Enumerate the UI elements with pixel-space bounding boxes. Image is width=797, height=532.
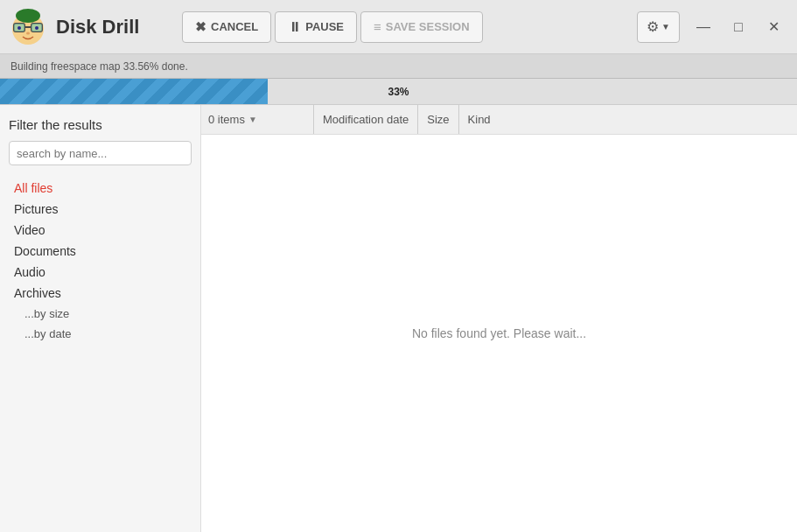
app-logo-icon	[7, 6, 49, 48]
sidebar-item-label: ...by size	[24, 307, 69, 320]
save-session-label: SAVE SESSION	[386, 20, 470, 33]
col-header-size[interactable]: Size	[417, 105, 458, 134]
col-header-modification-date[interactable]: Modification date	[313, 105, 417, 134]
sidebar-item-label: All files	[14, 181, 52, 195]
results-body: No files found yet. Please wait...	[201, 135, 797, 532]
pause-label: PAUSE	[305, 20, 344, 33]
logo-area: Disk Drill	[7, 6, 182, 48]
svg-point-8	[35, 26, 38, 30]
search-input[interactable]	[9, 141, 192, 165]
window-controls: — □ ✕	[687, 10, 790, 44]
settings-button[interactable]: ⚙ ▼	[637, 11, 680, 43]
no-files-message: No files found yet. Please wait...	[412, 326, 586, 340]
filter-title: Filter the results	[9, 117, 192, 132]
settings-dropdown-arrow: ▼	[661, 22, 670, 32]
items-count: 0 items	[208, 113, 245, 126]
pause-icon: ⏸	[288, 19, 301, 34]
status-text: Building freespace map 33.56% done.	[10, 60, 188, 73]
col-kind-label: Kind	[468, 113, 491, 126]
search-input-wrapper	[9, 141, 192, 165]
results-area: 0 items ▼ Modification date Size Kind No…	[201, 105, 797, 532]
sidebar-item-documents[interactable]: Documents	[9, 241, 192, 262]
svg-point-1	[16, 9, 40, 23]
sidebar-item-video[interactable]: Video	[9, 220, 192, 241]
sidebar-item-pictures[interactable]: Pictures	[9, 199, 192, 220]
cancel-label: CANCEL	[211, 20, 258, 33]
minimize-button[interactable]: —	[687, 10, 720, 44]
sidebar-item-all-files[interactable]: All files	[9, 178, 192, 199]
col-header-kind[interactable]: Kind	[458, 105, 500, 134]
svg-point-7	[17, 26, 21, 30]
svg-point-9	[26, 32, 30, 34]
sidebar-item-label: ...by date	[24, 327, 71, 340]
main-content: Filter the results All files Pictures Vi…	[0, 105, 797, 532]
results-header: 0 items ▼ Modification date Size Kind	[201, 105, 797, 135]
app-title: Disk Drill	[56, 16, 139, 38]
sidebar-item-by-size[interactable]: ...by size	[9, 304, 192, 324]
progress-fill	[0, 79, 268, 104]
items-count-area: 0 items ▼	[208, 113, 313, 126]
settings-icon: ⚙	[647, 18, 659, 35]
cancel-button[interactable]: ✖ CANCEL	[182, 11, 271, 43]
sidebar: Filter the results All files Pictures Vi…	[0, 105, 201, 532]
sidebar-item-label: Archives	[14, 286, 61, 300]
col-modification-date-label: Modification date	[323, 113, 409, 126]
progress-label: 33%	[388, 86, 409, 98]
sidebar-item-by-date[interactable]: ...by date	[9, 324, 192, 344]
progress-container: 33%	[0, 79, 797, 105]
pause-button[interactable]: ⏸ PAUSE	[275, 11, 357, 43]
maximize-button[interactable]: □	[722, 10, 755, 44]
sidebar-item-label: Pictures	[14, 202, 59, 216]
title-bar: Disk Drill ✖ CANCEL ⏸ PAUSE ≡ SAVE SESSI…	[0, 0, 797, 54]
items-dropdown-arrow[interactable]: ▼	[248, 115, 257, 124]
close-button[interactable]: ✕	[757, 10, 790, 44]
sidebar-item-label: Documents	[14, 244, 76, 258]
sidebar-item-audio[interactable]: Audio	[9, 262, 192, 283]
sidebar-item-label: Video	[14, 223, 45, 237]
col-size-label: Size	[427, 113, 449, 126]
status-bar: Building freespace map 33.56% done.	[0, 54, 797, 79]
save-session-button[interactable]: ≡ SAVE SESSION	[360, 11, 483, 43]
toolbar-buttons: ✖ CANCEL ⏸ PAUSE ≡ SAVE SESSION	[182, 11, 637, 43]
sidebar-item-label: Audio	[14, 265, 45, 279]
save-icon: ≡	[374, 19, 381, 34]
cancel-icon: ✖	[195, 19, 206, 35]
sidebar-item-archives[interactable]: Archives	[9, 283, 192, 304]
